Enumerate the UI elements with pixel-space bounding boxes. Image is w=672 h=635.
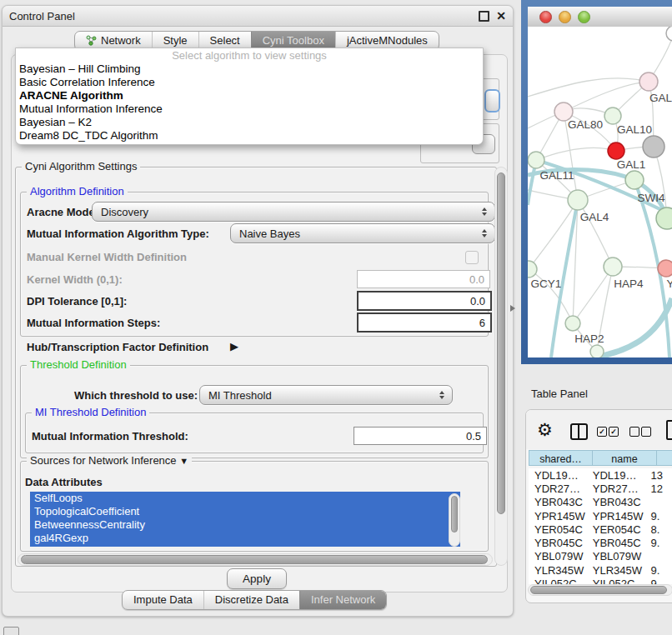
tab-label: Cyni Toolbox xyxy=(263,34,324,47)
apply-button[interactable]: Apply xyxy=(227,568,287,589)
close-window-icon[interactable] xyxy=(539,11,552,23)
network-edge-highlighted[interactable] xyxy=(536,160,672,215)
bottom-tab-discretize-data[interactable]: Discretize Data xyxy=(203,591,299,609)
bottom-tab-infer-network[interactable]: Infer Network xyxy=(299,591,386,609)
table-cell: YDR27… xyxy=(587,482,645,495)
gear-icon[interactable]: ⚙ xyxy=(537,421,553,438)
float-panel-icon[interactable] xyxy=(479,11,489,22)
hub-definition-expander-label[interactable]: Hub/Transcription Factor Definition xyxy=(27,341,208,353)
table-row[interactable]: YER054CYER054C8. xyxy=(529,522,672,536)
node-label: Y xyxy=(666,278,672,290)
mi-threshold-field[interactable]: 0.5 xyxy=(354,427,487,445)
algorithm-option-list: Bayesian – Hill ClimbingBasic Correlatio… xyxy=(16,62,483,142)
which-threshold-combobox[interactable]: MI Threshold xyxy=(199,385,453,405)
new-table-icon[interactable] xyxy=(666,420,672,440)
network-edge[interactable] xyxy=(564,82,649,112)
table-cell: 9. xyxy=(645,510,672,522)
network-node[interactable] xyxy=(565,316,580,331)
checkbox-checked-icon[interactable]: ✓ xyxy=(609,427,619,437)
algorithm-option[interactable]: Basic Correlation Inference xyxy=(16,76,483,89)
mi-algorithm-type-combobox[interactable]: Naive Bayes xyxy=(230,223,495,243)
node-label: HAP2 xyxy=(574,332,604,345)
close-panel-icon[interactable]: ✕ xyxy=(496,11,506,21)
network-node[interactable] xyxy=(658,260,672,277)
table-row[interactable]: YBR045CYBR045C9. xyxy=(529,536,672,549)
data-attribute-item[interactable]: gal4RGexp xyxy=(30,532,460,545)
network-node[interactable] xyxy=(528,261,537,278)
network-node[interactable] xyxy=(528,152,544,168)
minimize-window-icon[interactable] xyxy=(559,11,571,23)
node-label: GAL10 xyxy=(617,123,652,136)
table-row[interactable]: YIL052CYIL052C9 xyxy=(529,577,672,584)
algorithm-option[interactable]: Bayesian – K2 xyxy=(16,116,483,129)
dpi-tolerance-label: DPI Tolerance [0,1]: xyxy=(27,295,127,308)
network-edge[interactable] xyxy=(536,148,616,160)
checkbox-checked-icon[interactable]: ✓ xyxy=(597,427,607,437)
mi-threshold-definition-title: MI Threshold Definition xyxy=(32,406,149,418)
network-canvas[interactable]: GALGAL80GAL10GAL1GAL11SWI4GAL4GCY1HAP4YH… xyxy=(528,27,672,358)
network-node[interactable] xyxy=(625,171,644,189)
node-label: GAL80 xyxy=(568,118,603,131)
collapsed-panel-icon[interactable] xyxy=(3,627,19,635)
table-cell: YPR145W xyxy=(529,510,587,522)
kernel-width-field[interactable]: 0.0 xyxy=(357,270,490,288)
node-label: SWI4 xyxy=(637,192,664,204)
bottom-tab-impute-data[interactable]: Impute Data xyxy=(123,591,203,609)
expander-collapsed-icon[interactable]: ▶ xyxy=(230,340,238,352)
expander-expanded-icon[interactable]: ▼ xyxy=(179,456,188,466)
checkbox-unchecked-icon[interactable] xyxy=(641,427,651,437)
table-horizontal-scrollbar[interactable] xyxy=(528,584,672,596)
table-row[interactable]: YPR145WYPR145W9. xyxy=(529,509,672,522)
column-header-3[interactable]: A xyxy=(657,450,672,466)
network-node[interactable] xyxy=(604,258,622,276)
checkbox-unchecked-icon[interactable] xyxy=(629,427,639,437)
network-node[interactable] xyxy=(608,142,624,159)
network-node[interactable] xyxy=(656,208,672,229)
background-combobox-fragment xyxy=(484,89,500,112)
cyni-algorithm-settings-title: Cyni Algorithm Settings xyxy=(22,160,140,172)
table-row[interactable]: YDL19…YDL19…13 xyxy=(529,468,672,482)
table-row[interactable]: YBR043CYBR043C xyxy=(529,496,672,509)
network-node[interactable] xyxy=(604,108,621,124)
table-row[interactable]: YBL079WYBL079W xyxy=(529,550,672,563)
column-header-2[interactable]: name xyxy=(593,450,657,466)
kernel-width-value: 0.0 xyxy=(469,273,484,286)
algorithm-option[interactable]: Mutual Information Inference xyxy=(16,102,483,116)
algorithm-option[interactable]: Bayesian – Hill Climbing xyxy=(16,62,483,76)
data-attribute-item[interactable]: SelfLoops xyxy=(30,492,460,505)
network-edge[interactable] xyxy=(578,200,613,267)
column-header-1[interactable]: shared… xyxy=(529,450,593,466)
network-node[interactable] xyxy=(590,345,604,358)
table-row[interactable]: YDR27…YDR27…12 xyxy=(529,482,672,495)
table-cell: 9. xyxy=(645,537,672,549)
table-cell: 8. xyxy=(645,523,672,536)
network-node[interactable] xyxy=(666,27,672,41)
zoom-window-icon[interactable] xyxy=(578,11,590,23)
which-threshold-value: MI Threshold xyxy=(208,389,272,402)
manual-kernel-width-label: Manual Kernel Width Definition xyxy=(27,251,187,263)
network-node[interactable] xyxy=(568,190,588,210)
network-edge[interactable] xyxy=(528,78,649,97)
aracne-mode-value: Discovery xyxy=(101,206,148,218)
algorithm-option[interactable]: ARACNE Algorithm xyxy=(16,89,483,102)
sources-title-text: Sources for Network Inference xyxy=(30,454,177,467)
kernel-width-label: Kernel Width (0,1): xyxy=(27,273,123,286)
threshold-definition-title: Threshold Definition xyxy=(27,358,130,371)
algorithm-option[interactable]: Dream8 DC_TDC Algorithm xyxy=(16,129,483,142)
table-row[interactable]: YLR345WYLR345W9. xyxy=(529,563,672,577)
column-browser-icon[interactable] xyxy=(570,423,588,440)
network-node[interactable] xyxy=(643,136,664,158)
network-window-titlebar[interactable] xyxy=(528,7,672,28)
settings-vertical-scrollbar[interactable] xyxy=(494,167,508,566)
table-panel: ⚙ ✓ ✓ shared…nameA YDL19…YDL19…13YDR27…Y… xyxy=(525,409,672,603)
data-attribute-item[interactable]: TopologicalCoefficient xyxy=(30,505,460,518)
mi-steps-field[interactable]: 6 xyxy=(357,312,492,332)
network-node[interactable] xyxy=(639,72,658,91)
manual-kernel-width-checkbox[interactable] xyxy=(465,251,479,264)
network-view-window: GALGAL80GAL10GAL1GAL11SWI4GAL4GCY1HAP4YH… xyxy=(521,0,672,364)
data-attribute-item[interactable]: BetweennessCentrality xyxy=(30,518,460,532)
dpi-tolerance-field[interactable]: 0.0 xyxy=(357,291,492,311)
settings-horizontal-scrollbar[interactable] xyxy=(18,553,493,566)
attributes-list-scrollbar[interactable] xyxy=(449,493,460,547)
aracne-mode-combobox[interactable]: Discovery xyxy=(92,202,495,222)
